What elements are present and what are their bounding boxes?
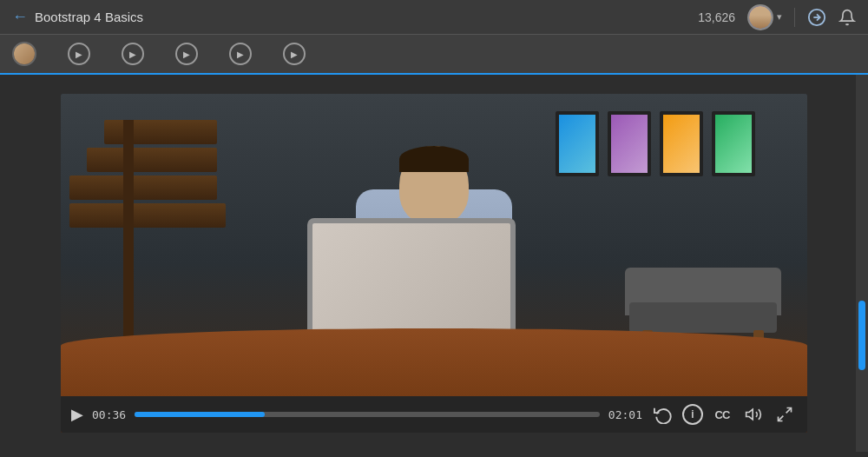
scroll-thumb[interactable] bbox=[858, 301, 865, 370]
back-button[interactable]: ← bbox=[12, 8, 28, 26]
wall-frame-3 bbox=[660, 111, 703, 176]
stair-step-4 bbox=[69, 203, 226, 228]
svg-line-4 bbox=[779, 416, 784, 421]
avatar-face bbox=[749, 6, 772, 29]
lesson-item-4[interactable]: ▶ bbox=[214, 35, 267, 73]
sofa-seat bbox=[629, 302, 777, 333]
user-count: 13,626 bbox=[698, 10, 735, 24]
svg-line-3 bbox=[786, 408, 792, 414]
lesson-strip: ▶ ▶ ▶ ▶ ▶ bbox=[0, 35, 868, 75]
video-container: ▶ 00:36 02:01 i CC bbox=[61, 94, 807, 433]
instructor-thumb bbox=[12, 42, 36, 66]
lesson-item-1[interactable]: ▶ bbox=[52, 35, 106, 73]
course-title: Bootstrap 4 Basics bbox=[35, 10, 143, 24]
progress-bar[interactable] bbox=[135, 412, 600, 417]
play-circle-5: ▶ bbox=[283, 43, 306, 65]
person-hair bbox=[399, 146, 469, 172]
nav-divider bbox=[794, 8, 795, 27]
stairs-decoration bbox=[69, 120, 226, 346]
info-button[interactable]: i bbox=[682, 404, 703, 425]
play-circle-1: ▶ bbox=[68, 43, 90, 65]
play-circle-3: ▶ bbox=[175, 43, 198, 65]
play-circle-2: ▶ bbox=[122, 43, 144, 65]
scroll-track[interactable] bbox=[856, 75, 868, 452]
current-time-display: 00:36 bbox=[92, 408, 126, 421]
fullscreen-button[interactable] bbox=[773, 402, 797, 427]
next-button[interactable] bbox=[807, 8, 826, 27]
lesson-item-instructor[interactable] bbox=[9, 35, 52, 73]
video-controls-bar: ▶ 00:36 02:01 i CC bbox=[61, 396, 807, 433]
instructor-avatar bbox=[14, 43, 35, 64]
chevron-down-icon: ▾ bbox=[777, 11, 782, 23]
stair-column bbox=[123, 120, 134, 346]
total-time-display: 02:01 bbox=[608, 408, 642, 421]
control-icons-group: i CC bbox=[651, 402, 797, 427]
stair-step-1 bbox=[104, 120, 217, 144]
play-circle-4: ▶ bbox=[229, 43, 252, 65]
video-frame bbox=[61, 94, 807, 433]
notification-bell-icon[interactable] bbox=[838, 9, 856, 26]
play-pause-button[interactable]: ▶ bbox=[71, 405, 83, 424]
wall-frame-2 bbox=[608, 111, 651, 176]
lesson-item-5[interactable]: ▶ bbox=[267, 35, 321, 73]
top-nav: ← Bootstrap 4 Basics 13,626 ▾ bbox=[0, 0, 868, 35]
captions-button[interactable]: CC bbox=[710, 402, 734, 427]
progress-bar-fill bbox=[135, 412, 265, 417]
wall-frames bbox=[556, 111, 755, 176]
wall-frame-4 bbox=[712, 111, 755, 176]
nav-right: 13,626 ▾ bbox=[698, 4, 856, 30]
nav-left: ← Bootstrap 4 Basics bbox=[12, 8, 143, 26]
wall-frame-1 bbox=[556, 111, 599, 176]
rewind-button[interactable] bbox=[651, 402, 675, 427]
person-head bbox=[399, 146, 469, 224]
avatar bbox=[747, 4, 773, 30]
user-avatar-button[interactable]: ▾ bbox=[747, 4, 782, 30]
svg-marker-2 bbox=[746, 409, 753, 420]
stair-step-2 bbox=[87, 148, 217, 172]
volume-button[interactable] bbox=[741, 402, 766, 427]
stair-step-3 bbox=[69, 176, 217, 200]
lesson-item-2[interactable]: ▶ bbox=[106, 35, 160, 73]
lesson-item-3[interactable]: ▶ bbox=[160, 35, 214, 73]
